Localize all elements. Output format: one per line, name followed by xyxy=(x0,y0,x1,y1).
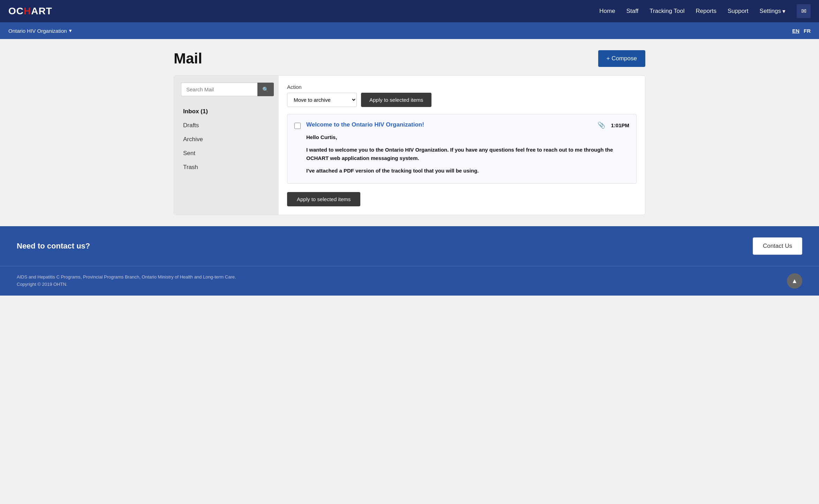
nav-home[interactable]: Home xyxy=(599,8,615,15)
action-bar-top: Action Move to archive Apply to selected… xyxy=(287,84,637,107)
mail-content: Action Move to archive Apply to selected… xyxy=(279,76,645,215)
mail-panel: 🔍 Inbox (1) Drafts Archive Sent Trash Ac… xyxy=(174,75,645,215)
email-meta: 📎 1:01PM xyxy=(598,121,629,129)
email-row: Welcome to the Ontario HIV Organization!… xyxy=(287,114,637,184)
apply-top-button[interactable]: Apply to selected items xyxy=(361,93,431,107)
back-to-top-button[interactable]: ▲ xyxy=(787,273,802,289)
contact-us-button[interactable]: Contact Us xyxy=(753,237,802,255)
sub-nav: Ontario HIV Organization ▾ EN FR xyxy=(0,22,819,39)
nav-inbox[interactable]: Inbox (1) xyxy=(181,105,272,119)
org-name: Ontario HIV Organization xyxy=(8,28,67,34)
email-header: Welcome to the Ontario HIV Organization!… xyxy=(306,121,629,129)
nav-drafts[interactable]: Drafts xyxy=(181,119,272,132)
action-label: Action xyxy=(287,84,637,90)
nav-mail-icon[interactable]: ✉ xyxy=(797,4,811,18)
email-body: Welcome to the Ontario HIV Organization!… xyxy=(306,121,629,175)
lang-fr[interactable]: FR xyxy=(804,28,811,34)
page-title: Mail xyxy=(174,50,202,67)
email-time: 1:01PM xyxy=(611,122,629,128)
lang-en[interactable]: EN xyxy=(792,28,799,34)
org-dropdown-icon: ▾ xyxy=(69,28,72,34)
nav-support[interactable]: Support xyxy=(728,8,749,15)
attachment-icon: 📎 xyxy=(598,121,605,129)
contact-prompt: Need to contact us? xyxy=(17,242,90,251)
nav-archive[interactable]: Archive xyxy=(181,132,272,146)
footer-line2: Copyright © 2019 OHTN. xyxy=(17,281,236,288)
email-greeting: Hello Curtis, xyxy=(306,133,629,142)
nav-links: Home Staff Tracking Tool Reports Support… xyxy=(599,4,811,18)
email-body1: I wanted to welcome you to the Ontario H… xyxy=(306,146,629,162)
nav-tracking-tool[interactable]: Tracking Tool xyxy=(649,8,684,15)
search-button[interactable]: 🔍 xyxy=(257,83,274,96)
mail-nav: Inbox (1) Drafts Archive Sent Trash xyxy=(181,105,272,174)
search-area: 🔍 xyxy=(181,83,272,96)
email-checkbox[interactable] xyxy=(294,123,301,129)
logo[interactable]: OCHART xyxy=(8,6,52,17)
lang-switcher: EN FR xyxy=(792,28,811,34)
action-controls: Move to archive Apply to selected items xyxy=(287,93,637,107)
footer-bottom: AIDS and Hepatitis C Programs, Provincia… xyxy=(0,266,819,296)
email-subject[interactable]: Welcome to the Ontario HIV Organization! xyxy=(306,121,424,128)
action-select[interactable]: Move to archive xyxy=(287,93,357,107)
mail-sidebar: 🔍 Inbox (1) Drafts Archive Sent Trash xyxy=(174,76,279,215)
footer-text: AIDS and Hepatitis C Programs, Provincia… xyxy=(17,274,236,288)
compose-button[interactable]: + Compose xyxy=(598,50,645,67)
page-header: Mail + Compose xyxy=(174,50,645,67)
email-text: Hello Curtis, I wanted to welcome you to… xyxy=(306,133,629,175)
top-nav: OCHART Home Staff Tracking Tool Reports … xyxy=(0,0,819,22)
main-content: Mail + Compose 🔍 Inbox (1) Drafts Archiv… xyxy=(165,39,654,226)
nav-trash[interactable]: Trash xyxy=(181,160,272,174)
apply-bottom-button[interactable]: Apply to selected items xyxy=(287,192,360,206)
footer-contact: Need to contact us? Contact Us xyxy=(0,226,819,266)
nav-staff[interactable]: Staff xyxy=(626,8,639,15)
footer-line1: AIDS and Hepatitis C Programs, Provincia… xyxy=(17,274,236,281)
search-input[interactable] xyxy=(181,83,257,96)
nav-settings[interactable]: Settings ▾ xyxy=(760,8,786,15)
nav-reports[interactable]: Reports xyxy=(696,8,716,15)
org-selector[interactable]: Ontario HIV Organization ▾ xyxy=(8,28,72,34)
email-body2: I've attached a PDF version of the track… xyxy=(306,167,629,175)
nav-sent[interactable]: Sent xyxy=(181,146,272,160)
